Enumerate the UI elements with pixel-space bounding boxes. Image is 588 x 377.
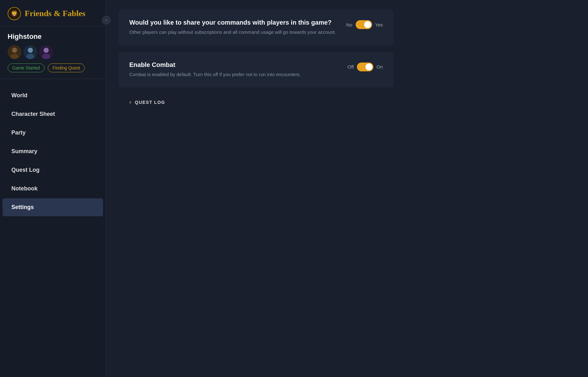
- chevron-left-icon: ‹: [129, 99, 132, 105]
- share-commands-off-label: No: [346, 22, 352, 27]
- enable-combat-desc: Combat is enabled by default. Turn this …: [129, 71, 338, 78]
- nav-menu: World Character Sheet Party Summary Ques…: [0, 79, 106, 377]
- game-started-badge[interactable]: Game Started: [8, 63, 45, 72]
- sidebar: 🦁 Friends & Fables ‹ Highstone Game Star…: [0, 0, 106, 377]
- main-content: Would you like to share your commands wi…: [106, 0, 588, 377]
- enable-combat-off-label: Off: [347, 64, 354, 69]
- share-commands-on-label: Yes: [375, 22, 383, 27]
- svg-point-9: [44, 48, 49, 53]
- share-commands-desc: Other players can play without subscript…: [129, 29, 337, 36]
- share-commands-card: Would you like to share your commands wi…: [119, 9, 394, 45]
- nav-item-party[interactable]: Party: [3, 124, 103, 142]
- enable-combat-toggle-group: Off On: [347, 61, 383, 71]
- share-commands-toggle[interactable]: [356, 20, 372, 29]
- sidebar-header: 🦁 Friends & Fables: [0, 0, 106, 26]
- avatar-3: [39, 45, 53, 59]
- party-avatars: [8, 45, 98, 59]
- share-commands-content: Would you like to share your commands wi…: [129, 19, 337, 36]
- game-info-section: Highstone Game Started Finding Quest: [0, 26, 106, 79]
- svg-point-6: [28, 48, 33, 53]
- enable-combat-on-label: On: [377, 64, 383, 69]
- svg-point-3: [12, 48, 17, 53]
- app-logo-icon: 🦁: [8, 7, 21, 20]
- nav-item-summary[interactable]: Summary: [3, 142, 103, 160]
- nav-item-notebook[interactable]: Notebook: [3, 180, 103, 198]
- enable-combat-card: Enable Combat Combat is enabled by defau…: [119, 52, 394, 88]
- avatar-2: [23, 45, 37, 59]
- app-title: Friends & Fables: [25, 9, 85, 18]
- quest-log-link-label: QUEST LOG: [135, 100, 165, 105]
- finding-quest-badge[interactable]: Finding Quest: [48, 63, 85, 72]
- share-commands-title: Would you like to share your commands wi…: [129, 19, 337, 26]
- nav-item-character-sheet[interactable]: Character Sheet: [3, 105, 103, 123]
- status-badges: Game Started Finding Quest: [8, 63, 98, 72]
- nav-item-world[interactable]: World: [3, 87, 103, 105]
- enable-combat-toggle[interactable]: [357, 63, 373, 71]
- collapse-button[interactable]: ‹: [102, 16, 111, 25]
- quest-log-link[interactable]: ‹ QUEST LOG: [119, 94, 575, 111]
- nav-item-quest-log[interactable]: Quest Log: [3, 161, 103, 179]
- svg-text:🦁: 🦁: [11, 10, 18, 17]
- game-name: Highstone: [8, 33, 98, 41]
- share-commands-toggle-group: No Yes: [346, 19, 383, 29]
- nav-item-settings[interactable]: Settings: [3, 198, 103, 216]
- enable-combat-content: Enable Combat Combat is enabled by defau…: [129, 61, 338, 78]
- avatar-1: [8, 45, 21, 59]
- enable-combat-title: Enable Combat: [129, 61, 338, 69]
